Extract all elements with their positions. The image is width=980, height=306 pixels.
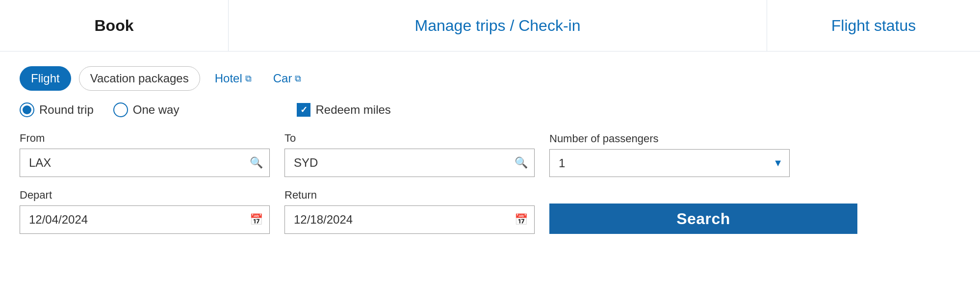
top-navigation: Book Manage trips / Check-in Flight stat…	[0, 0, 980, 51]
tab-flight-label: Flight	[31, 72, 60, 85]
trip-type-row: Round trip One way ✓ Redeem miles	[20, 102, 960, 117]
from-input[interactable]	[20, 149, 270, 177]
fields-row-1: From 🔍 To 🔍 Number of passengers 1 2 3 4	[20, 132, 960, 177]
return-input[interactable]	[284, 205, 535, 234]
to-field-group: To 🔍	[284, 132, 535, 177]
passengers-input-wrap: 1 2 3 4 5 6 ▼	[549, 149, 790, 177]
from-input-wrap: 🔍	[20, 149, 270, 177]
radio-round-trip-inner	[23, 105, 31, 114]
category-tabs: Flight Vacation packages Hotel ⧉ Car ⧉	[20, 66, 960, 91]
to-input[interactable]	[284, 149, 535, 177]
passengers-field-group: Number of passengers 1 2 3 4 5 6 ▼	[549, 132, 790, 177]
to-input-wrap: 🔍	[284, 149, 535, 177]
depart-input[interactable]	[20, 205, 270, 234]
tab-flight[interactable]: Flight	[20, 66, 71, 91]
tab-flight-status-label: Flight status	[831, 17, 916, 35]
radio-round-trip-label: Round trip	[39, 103, 94, 117]
tab-car-label: Car	[273, 72, 292, 85]
main-content: Flight Vacation packages Hotel ⧉ Car ⧉ R…	[0, 51, 980, 249]
return-input-wrap: 📅	[284, 205, 535, 234]
external-link-icon-hotel: ⧉	[245, 74, 252, 84]
external-link-icon-car: ⧉	[295, 74, 301, 84]
to-label: To	[284, 132, 535, 145]
search-button[interactable]: Search	[549, 204, 857, 234]
from-label: From	[20, 132, 270, 145]
depart-label: Depart	[20, 189, 270, 202]
passengers-label: Number of passengers	[549, 132, 790, 145]
tab-vacation-packages-label: Vacation packages	[90, 72, 189, 85]
checkbox-redeem-miles: ✓	[297, 103, 310, 117]
radio-round-trip[interactable]: Round trip	[20, 102, 94, 117]
return-label: Return	[284, 189, 535, 202]
tab-car[interactable]: Car ⧉	[266, 67, 309, 90]
passengers-select[interactable]: 1 2 3 4 5 6	[549, 149, 790, 177]
radio-one-way[interactable]: One way	[113, 102, 180, 117]
depart-field-group: Depart 📅	[20, 189, 270, 234]
checkmark-icon: ✓	[300, 104, 308, 115]
tab-manage-label: Manage trips / Check-in	[415, 17, 581, 35]
from-field-group: From 🔍	[20, 132, 270, 177]
redeem-miles-label: Redeem miles	[315, 103, 390, 117]
return-field-group: Return 📅	[284, 189, 535, 234]
radio-one-way-label: One way	[133, 103, 180, 117]
tab-vacation-packages[interactable]: Vacation packages	[79, 66, 200, 91]
redeem-miles-checkbox[interactable]: ✓ Redeem miles	[297, 103, 390, 117]
tab-manage[interactable]: Manage trips / Check-in	[229, 0, 767, 51]
tab-hotel-label: Hotel	[215, 72, 242, 85]
tab-book-label: Book	[95, 17, 134, 35]
radio-one-way-outer	[113, 102, 128, 117]
depart-input-wrap: 📅	[20, 205, 270, 234]
tab-flight-status[interactable]: Flight status	[767, 0, 980, 51]
tab-hotel[interactable]: Hotel ⧉	[208, 67, 258, 90]
fields-row-2: Depart 📅 Return 📅 Search	[20, 189, 960, 234]
tab-book[interactable]: Book	[0, 0, 229, 51]
radio-round-trip-outer	[20, 102, 34, 117]
search-button-label: Search	[676, 210, 730, 228]
